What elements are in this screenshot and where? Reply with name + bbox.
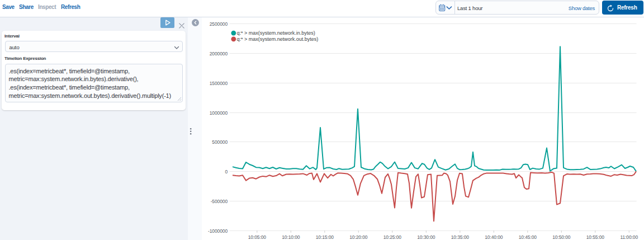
svg-text:10:55:00: 10:55:00 [586, 234, 605, 240]
svg-text:10:35:00: 10:35:00 [451, 234, 470, 240]
svg-text:10:30:00: 10:30:00 [417, 234, 435, 240]
svg-text:q:* > max(system.network.in.by: q:* > max(system.network.in.bytes) [237, 30, 315, 36]
svg-text:11:00:00: 11:00:00 [621, 234, 638, 240]
svg-text:10:50:00: 10:50:00 [552, 234, 571, 240]
svg-text:10:45:00: 10:45:00 [519, 234, 537, 240]
svg-text:10:10:00: 10:10:00 [282, 234, 300, 240]
svg-text:-1000000: -1000000 [208, 228, 228, 234]
svg-text:q:* > max(system.network.out.b: q:* > max(system.network.out.bytes) [237, 36, 319, 42]
svg-text:1000000: 1000000 [210, 110, 228, 116]
svg-text:10:15:00: 10:15:00 [316, 234, 334, 240]
svg-text:10:05:00: 10:05:00 [248, 234, 267, 240]
svg-text:0: 0 [225, 169, 228, 175]
svg-text:1500000: 1500000 [210, 81, 228, 86]
svg-text:-500000: -500000 [211, 199, 228, 204]
svg-text:500000: 500000 [212, 139, 228, 145]
svg-text:10:25:00: 10:25:00 [383, 234, 402, 240]
svg-text:2500000: 2500000 [210, 21, 228, 27]
svg-text:10:40:00: 10:40:00 [485, 234, 503, 240]
svg-text:10:20:00: 10:20:00 [349, 234, 368, 240]
svg-text:2000000: 2000000 [210, 51, 228, 57]
